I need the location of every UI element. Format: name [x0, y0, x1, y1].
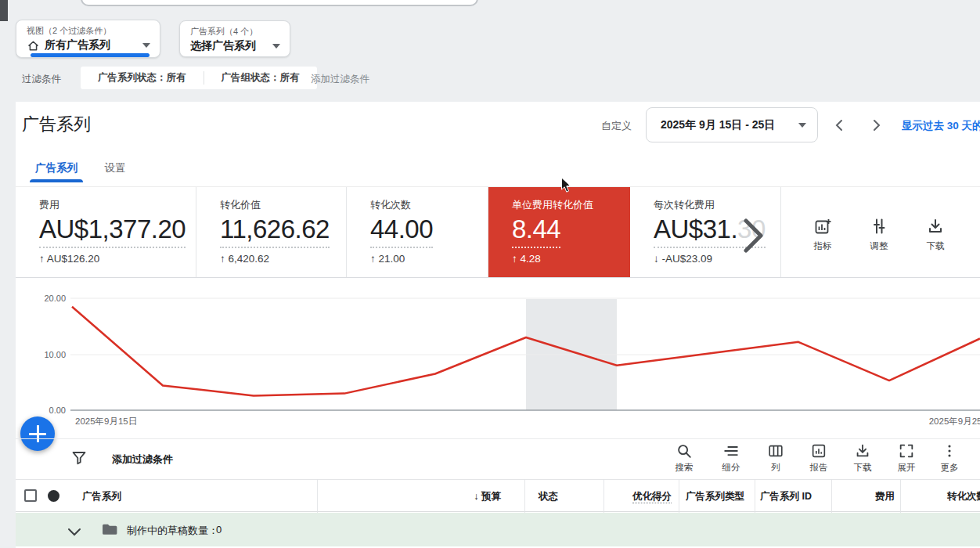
y-tick-0: 0.00: [49, 406, 66, 415]
top-search-box-partial[interactable]: [81, 0, 478, 6]
scorecard-value: AU$1,377.20: [39, 214, 186, 248]
scorecard-conversion-value[interactable]: 转化价值 11,626.62 ↑ 6,420.62: [196, 187, 347, 277]
drafts-count-label: 制作中的草稿数量：: [127, 524, 218, 538]
adjust-button[interactable]: 调整: [860, 217, 898, 252]
download-icon: [917, 217, 954, 237]
chevron-down-icon: [272, 44, 280, 49]
scorecard-value: 11,626.62: [220, 214, 330, 248]
campaign-chip-value: 选择广告系列: [190, 39, 256, 53]
previous-period-button[interactable]: [827, 113, 852, 138]
scorecard-value: 8.44: [512, 214, 560, 248]
scorecard-cost[interactable]: 费用 AU$1,377.20 ↑ AU$126.20: [16, 187, 196, 277]
scorecard-value: 44.00: [370, 214, 433, 248]
column-header-id[interactable]: 广告系列 ID: [760, 490, 812, 503]
filter-adgroup-status[interactable]: 广告组状态：所有: [204, 71, 317, 85]
column-header-type[interactable]: 广告系列类型: [686, 490, 744, 503]
column-header-conversions[interactable]: 转化次数: [947, 490, 980, 503]
home-icon: [27, 39, 40, 52]
download-chart-button[interactable]: 下载: [917, 217, 954, 252]
chevron-down-icon: [142, 43, 150, 48]
columns-button[interactable]: 列: [755, 442, 796, 474]
view-selector-chip[interactable]: 视图（2 个过滤条件） 所有广告系列: [16, 20, 160, 58]
status-circle-icon[interactable]: [48, 490, 59, 502]
scorecard-title: 转化价值: [220, 198, 346, 212]
view-chip-value: 所有广告系列: [45, 38, 110, 52]
metrics-button[interactable]: 指标: [804, 217, 841, 252]
columns-icon: [755, 442, 796, 460]
date-range-text: 2025年 9月 15日 - 25日: [661, 118, 775, 132]
table-toolbar: 添加过滤条件 搜索 细分 列 报告 下载: [16, 438, 980, 479]
folder-icon: [102, 522, 118, 539]
show-last-30-days-link[interactable]: 显示过去 30 天的: [902, 119, 980, 133]
x-axis-label-right: 2025年9月25日: [929, 416, 980, 426]
next-period-button[interactable]: [864, 113, 889, 138]
chevron-down-icon[interactable]: [67, 525, 81, 539]
segment-button[interactable]: 细分: [711, 442, 751, 474]
scorecard-title: 转化次数: [370, 198, 488, 212]
y-tick-20: 20.00: [44, 294, 66, 303]
up-arrow-icon: ↑: [39, 253, 45, 265]
up-arrow-icon: ↑: [370, 253, 376, 265]
metrics-label: 指标: [804, 240, 841, 252]
drafts-summary-row[interactable]: 制作中的草稿数量： 0: [16, 513, 980, 546]
more-vertical-icon: [929, 442, 970, 460]
performance-trend-chart[interactable]: 0.00 10.00 20.00 2025年9月15日 2025年9月25日: [16, 286, 980, 431]
download-label: 下载: [917, 240, 954, 252]
up-arrow-icon: ↑: [512, 253, 517, 265]
scorecard-delta: ↑ 4.28: [512, 253, 630, 265]
google-ads-campaigns-page: 视图（2 个过滤条件） 所有广告系列 广告系列（4 个） 选择广告系列 过滤条件…: [0, 0, 980, 548]
date-range-picker[interactable]: 2025年 9月 15日 - 25日: [646, 107, 818, 142]
column-header-cost[interactable]: 费用: [816, 490, 895, 503]
more-button[interactable]: 更多: [929, 442, 970, 474]
date-mode-label: 自定义: [601, 119, 632, 133]
reports-icon: [798, 442, 839, 460]
scorecard-title: 每次转化费用: [654, 198, 780, 212]
scorecard-delta: ↑ 6,420.62: [220, 253, 346, 265]
tab-campaigns[interactable]: 广告系列: [30, 158, 83, 178]
column-header-campaign[interactable]: 广告系列: [82, 490, 121, 503]
window-edge: [0, 0, 8, 21]
add-filter-link-top[interactable]: 添加过滤条件: [311, 73, 369, 86]
select-all-checkbox[interactable]: [24, 489, 37, 502]
download-table-button[interactable]: 下载: [842, 442, 883, 474]
active-tab-indicator: [30, 179, 83, 182]
column-header-opt-score[interactable]: 优化得分: [593, 490, 672, 503]
campaign-chip-label: 广告系列（4 个）: [190, 27, 280, 37]
expand-icon: [886, 442, 927, 460]
add-filter-link[interactable]: 添加过滤条件: [112, 452, 173, 467]
filter-funnel-icon[interactable]: [71, 450, 87, 469]
scroll-cards-right-button[interactable]: [744, 218, 766, 253]
scorecard-conversions[interactable]: 转化次数 44.00 ↑ 21.00: [347, 187, 488, 277]
campaign-selector-chip[interactable]: 广告系列（4 个） 选择广告系列: [179, 20, 290, 57]
scorecard-delta: ↑ 21.00: [370, 253, 488, 265]
scorecard-title: 单位费用转化价值: [512, 198, 630, 212]
scorecards-strip: 费用 AU$1,377.20 ↑ AU$126.20 转化价值 11,626.6…: [16, 186, 980, 278]
columns-label: 列: [755, 462, 796, 474]
drafts-count-value: 0: [216, 524, 222, 535]
column-header-budget[interactable]: ↓ 预算: [423, 490, 501, 503]
search-label: 搜索: [664, 462, 704, 474]
download-icon: [842, 442, 883, 460]
view-chip-label: 视图（2 个过滤条件）: [27, 26, 150, 36]
active-view-indicator: [31, 53, 150, 57]
segment-label: 细分: [711, 462, 751, 474]
scorecard-delta: ↓ -AU$23.09: [654, 253, 780, 265]
mouse-cursor: [560, 177, 572, 196]
sort-descending-icon: ↓: [474, 491, 478, 502]
reports-button[interactable]: 报告: [798, 442, 839, 474]
metrics-icon: [804, 217, 841, 237]
download-label: 下载: [842, 462, 883, 474]
y-tick-10: 10.00: [44, 350, 66, 359]
filter-campaign-status[interactable]: 广告系列状态：所有: [81, 71, 204, 85]
tab-settings[interactable]: 设置: [97, 158, 133, 178]
scorecard-title: 费用: [39, 198, 196, 212]
x-axis-label-left: 2025年9月15日: [75, 416, 137, 426]
scorecard-conv-value-per-cost-selected[interactable]: 单位费用转化价值 8.44 ↑ 4.28: [488, 187, 630, 277]
expand-button[interactable]: 展开: [886, 442, 927, 474]
more-label: 更多: [929, 462, 970, 474]
search-button[interactable]: 搜索: [664, 442, 704, 474]
filter-bar-label: 过滤条件: [22, 73, 61, 86]
chevron-down-icon: [798, 123, 806, 128]
main-panel: 广告系列 自定义 2025年 9月 15日 - 25日 显示过去 30 天的 广…: [16, 102, 980, 548]
column-header-status[interactable]: 状态: [539, 490, 558, 503]
